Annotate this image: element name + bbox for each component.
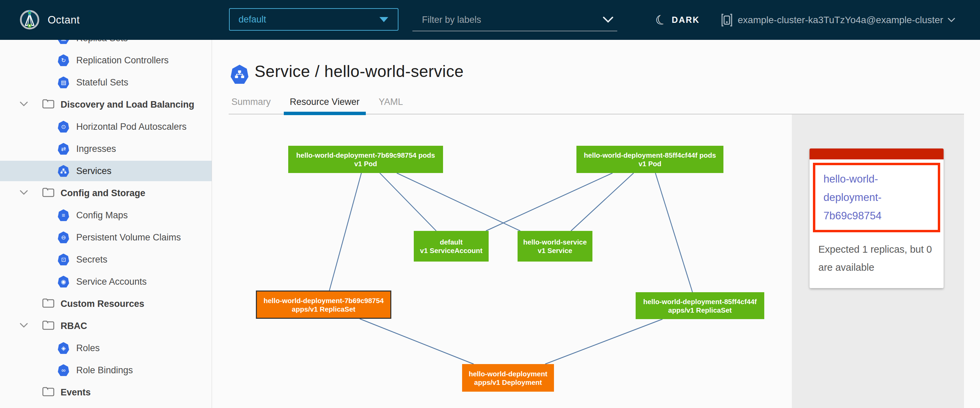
sidebar-item-label: Config and Storage [60, 188, 145, 199]
node-label-line: hello-world-deployment-7b69c98754 [263, 296, 383, 305]
tab-bar: SummaryResource ViewerYAML [225, 96, 409, 109]
node-label-line: default [440, 238, 463, 246]
horizontal-pod-autoscalers-icon: ⊙ [58, 121, 69, 133]
node-label-line: hello-world-service [523, 238, 587, 246]
graph-node-service[interactable]: hello-world-servicev1 Service [517, 231, 592, 261]
sidebar-item-ingresses[interactable]: ⇄Ingresses [0, 139, 212, 159]
graph-node-replica-set-1[interactable]: hello-world-deployment-7b69c98754apps/v1… [256, 290, 391, 319]
service-kind-icon [231, 65, 248, 84]
graph-edge-pod2-service [571, 173, 633, 231]
node-label-line: v1 Service [538, 246, 572, 255]
sidebar-item-rbac[interactable]: RBAC [0, 316, 212, 336]
sidebar-item-label: Stateful Sets [76, 77, 128, 88]
sidebar-item-config-and-storage[interactable]: Config and Storage [0, 183, 212, 203]
sidebar-item-label: Events [60, 387, 91, 398]
sidebar-item-label: Replica Sets [76, 40, 128, 44]
node-label-line: apps/v1 ReplicaSet [668, 306, 732, 314]
replication-controllers-icon: ↻ [58, 54, 69, 66]
header-bar: Octant default Filter by labels ☾ DARK e… [0, 0, 980, 40]
highlighted-resource-box: hello-world-deployment-7b69c98754 [813, 163, 940, 232]
cluster-context-switcher[interactable]: example-cluster-ka3TuTzYo4a@example-clus… [721, 0, 956, 40]
graph-edge-replica-set-2-deployment [545, 319, 662, 364]
graph-edge-replica-set-1-deployment [360, 319, 474, 364]
tab-yaml[interactable]: YAML [372, 96, 409, 109]
replica-sets-icon: ▣ [58, 40, 69, 44]
folder-icon [42, 99, 54, 110]
status-message: Expected 1 replicas, but 0 are available [810, 236, 943, 288]
sidebar-item-discovery-and-load-balancing[interactable]: Discovery and Load Balancing [0, 94, 212, 115]
graph-edge-pod1-service [397, 173, 520, 231]
graph-node-replica-set-2[interactable]: hello-world-deployment-85ff4cf44fapps/v1… [636, 292, 764, 319]
sidebar-item-label: Replication Controllers [76, 55, 169, 66]
sidebar-item-role-bindings[interactable]: ∞Role Bindings [0, 360, 212, 381]
sidebar-item-roles[interactable]: ◈Roles [0, 338, 212, 358]
node-label-line: v1 ServiceAccount [420, 246, 482, 255]
resource-detail-panel: hello-world-deployment-7b69c98754 Expect… [792, 115, 964, 408]
graph-node-pod2[interactable]: hello-world-deployment-85ff4cf44f podsv1… [576, 146, 724, 173]
sidebar-item-persistent-volume-claims[interactable]: ⊖Persistent Volume Claims [0, 227, 212, 248]
graph-edge-pod1-replica-set-1 [329, 173, 361, 290]
chevron-down-icon [947, 18, 956, 23]
moon-icon: ☾ [654, 12, 669, 28]
graph-node-deployment[interactable]: hello-world-deploymentapps/v1 Deployment [462, 364, 554, 392]
folder-icon [42, 387, 54, 398]
sidebar-item-label: Discovery and Load Balancing [60, 99, 194, 110]
sidebar-item-label: Ingresses [76, 144, 116, 154]
caret-down-icon[interactable] [19, 322, 29, 330]
sidebar-item-label: Horizontal Pod Autoscalers [76, 121, 186, 132]
graph-edge-pod2-service-account [486, 173, 612, 231]
folder-icon [42, 320, 54, 332]
node-label-line: hello-world-deployment-85ff4cf44f [643, 297, 757, 306]
node-label-line: v1 Pod [354, 159, 377, 168]
sidebar-item-label: Secrets [76, 254, 108, 265]
octant-app: Octant default Filter by labels ☾ DARK e… [0, 0, 980, 408]
sidebar-item-label: RBAC [60, 321, 87, 332]
theme-toggle-button[interactable]: ☾ DARK [655, 0, 700, 40]
theme-toggle-label: DARK [672, 15, 700, 25]
node-label-line: hello-world-deployment-85ff4cf44f pods [584, 151, 716, 159]
resource-link[interactable]: hello-world-deployment-7b69c98754 [824, 170, 930, 225]
sidebar-item-service-accounts[interactable]: ◉Service Accounts [0, 271, 212, 292]
ingresses-icon: ⇄ [58, 143, 69, 155]
resource-status-card: hello-world-deployment-7b69c98754 Expect… [810, 148, 943, 288]
folder-icon [42, 298, 54, 309]
sidebar-item-horizontal-pod-autoscalers[interactable]: ⊙Horizontal Pod Autoscalers [0, 116, 212, 137]
sidebar-item-replica-sets[interactable]: ▣Replica Sets [0, 40, 212, 48]
sidebar-item-label: Custom Resources [60, 299, 144, 309]
sidebar-item-custom-resources[interactable]: Custom Resources [0, 293, 212, 314]
cluster-context-label: example-cluster-ka3TuTzYo4a@example-clus… [738, 14, 943, 26]
cluster-icon [721, 13, 733, 27]
graph-edge-pod2-replica-set-2 [655, 173, 692, 292]
sidebar-navigation: ▣Replica Sets↻Replication Controllers▤St… [0, 40, 212, 408]
tab-resource-viewer[interactable]: Resource Viewer [284, 96, 366, 109]
label-filter-input[interactable]: Filter by labels [412, 9, 617, 31]
status-bar-error [810, 148, 943, 159]
sidebar-item-config-maps[interactable]: ≡Config Maps [0, 205, 212, 225]
sidebar-item-label: Role Bindings [76, 365, 133, 376]
node-label-line: hello-world-deployment-7b69c98754 pods [296, 151, 435, 159]
role-bindings-icon: ∞ [58, 364, 69, 376]
graph-node-pod1[interactable]: hello-world-deployment-7b69c98754 podsv1… [288, 146, 443, 173]
graph-edge-pod1-service-account [380, 173, 436, 231]
sidebar-item-services[interactable]: Services [0, 161, 212, 181]
chevron-down-icon [602, 16, 614, 23]
caret-down-icon[interactable] [19, 190, 29, 197]
folder-icon [42, 188, 54, 199]
sidebar-item-events[interactable]: Events [0, 382, 212, 403]
sidebar-item-replication-controllers[interactable]: ↻Replication Controllers [0, 50, 212, 70]
app-title: Octant [48, 0, 80, 40]
node-label-line: apps/v1 Deployment [474, 378, 542, 387]
sidebar-item-label: Persistent Volume Claims [76, 232, 181, 243]
sidebar-item-secrets[interactable]: ⊡Secrets [0, 249, 212, 270]
tab-summary[interactable]: Summary [225, 96, 277, 109]
graph-node-service-account[interactable]: defaultv1 ServiceAccount [414, 231, 488, 261]
sidebar-item-label: Services [76, 166, 111, 177]
label-filter-placeholder: Filter by labels [412, 14, 602, 25]
sidebar-item-stateful-sets[interactable]: ▤Stateful Sets [0, 72, 212, 92]
dropdown-caret-icon [379, 17, 388, 22]
namespace-dropdown[interactable]: default [229, 8, 398, 31]
secrets-icon: ⊡ [58, 254, 69, 266]
sidebar-item-label: Roles [76, 343, 100, 354]
caret-down-icon[interactable] [19, 101, 29, 108]
roles-icon: ◈ [58, 342, 69, 354]
